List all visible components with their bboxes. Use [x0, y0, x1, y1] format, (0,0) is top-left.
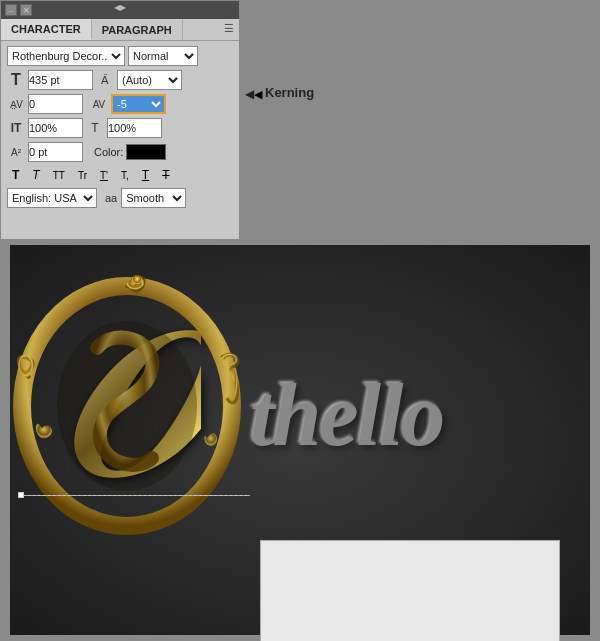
aa-label: aа — [105, 192, 117, 204]
faux-italic-button[interactable]: T — [27, 166, 44, 184]
underline-button[interactable]: T — [137, 166, 154, 184]
horizontal-scale-input[interactable]: 100% — [107, 118, 162, 138]
tracking-input[interactable]: 0 — [28, 94, 83, 114]
baseline-color-row: A² 0 pt Color: — [7, 142, 233, 162]
panel-menu-button[interactable]: ☰ — [219, 19, 239, 40]
small-caps-button[interactable]: Tr — [73, 166, 92, 184]
text-path-line — [20, 495, 250, 496]
panel-controls: – ✕ — [5, 4, 32, 16]
baseline-shift-icon: A² — [7, 147, 25, 158]
horizontal-scale-icon: T — [86, 121, 104, 135]
color-swatch[interactable] — [126, 144, 166, 160]
kerning-icon: AV — [90, 99, 108, 110]
text-bounding-box — [260, 540, 560, 641]
font-size-input[interactable]: 435 pt — [28, 70, 93, 90]
leading-select[interactable]: (Auto) — [117, 70, 182, 90]
antialiasing-select[interactable]: Smooth — [121, 188, 186, 208]
tab-paragraph[interactable]: PARAGRAPH — [92, 19, 183, 40]
kerning-label: Kerning — [265, 85, 314, 100]
faux-bold-button[interactable]: T — [7, 166, 24, 184]
subscript-button[interactable]: T, — [116, 166, 134, 184]
superscript-button[interactable]: T' — [95, 166, 113, 184]
kerning-arrow-icon: ◀ — [245, 87, 261, 99]
language-aa-row: English: USA aа Smooth — [7, 188, 233, 208]
panel-content: Rothenburg Decor... Normal T 435 pt A̋ (… — [1, 41, 239, 213]
size-leading-row: T 435 pt A̋ (Auto) — [7, 70, 233, 90]
panel-close-button[interactable]: ✕ — [20, 4, 32, 16]
font-family-select[interactable]: Rothenburg Decor... — [7, 46, 125, 66]
kerning-tooltip-area: ◀ Kerning — [245, 85, 314, 100]
kerning-select[interactable]: -5 — [111, 94, 166, 114]
font-style-select[interactable]: Normal — [128, 46, 198, 66]
vertical-scale-icon: IT — [7, 121, 25, 135]
all-caps-button[interactable]: TT — [48, 166, 70, 184]
baseline-shift-input[interactable]: 0 pt — [28, 142, 83, 162]
panel-resize-arrows: ◀▶ — [114, 3, 126, 12]
svg-point-1 — [132, 275, 142, 285]
character-panel: ◀▶ – ✕ CHARACTER PARAGRAPH ☰ Rothenburg … — [0, 0, 240, 240]
leading-icon: A̋ — [96, 74, 114, 87]
vertical-scale-input[interactable]: 100% — [28, 118, 83, 138]
svg-point-2 — [57, 321, 197, 491]
language-select[interactable]: English: USA — [7, 188, 97, 208]
panel-tabs: CHARACTER PARAGRAPH ☰ — [1, 19, 239, 41]
font-size-icon: T — [7, 71, 25, 89]
selection-anchor-point — [18, 492, 24, 498]
scale-row: IT 100% T 100% — [7, 118, 233, 138]
strikethrough-button[interactable]: T — [157, 166, 174, 184]
text-style-buttons-row: T T TT Tr T' T, T T — [7, 166, 233, 184]
tracking-kerning-row: A̤V 0 AV -5 — [7, 94, 233, 114]
tab-character[interactable]: CHARACTER — [1, 19, 92, 40]
font-row: Rothenburg Decor... Normal — [7, 46, 233, 66]
panel-titlebar: ◀▶ – ✕ — [1, 1, 239, 19]
othello-text-main: thello — [250, 365, 443, 466]
ornate-o-svg — [12, 258, 257, 543]
text-thello: thello — [250, 367, 443, 464]
panel-collapse-button[interactable]: – — [5, 4, 17, 16]
tracking-icon: A̤V — [7, 99, 25, 110]
color-label: Color: — [94, 146, 123, 158]
